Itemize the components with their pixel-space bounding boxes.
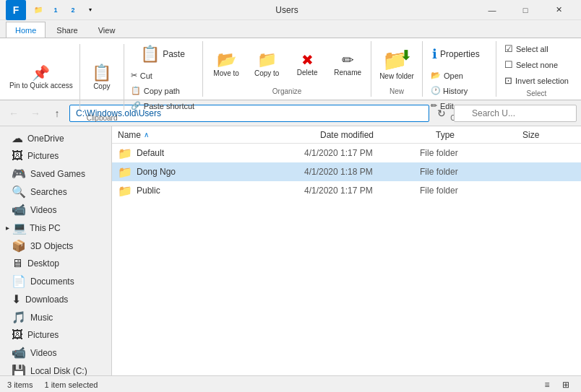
documents-icon: 📄: [12, 274, 26, 288]
status-bar: 3 items 1 item selected ≡ ⊞: [0, 375, 581, 392]
col-header-size[interactable]: Size: [522, 130, 575, 140]
col-header-type[interactable]: Type: [436, 130, 522, 140]
properties-button[interactable]: ℹ Properties: [427, 41, 485, 67]
sidebar-item-desktop[interactable]: 🖥 Desktop: [0, 255, 111, 272]
file-name-cell: 📁 Default: [118, 147, 304, 160]
large-icons-button[interactable]: ⊞: [558, 378, 574, 391]
close-button[interactable]: ✕: [542, 0, 575, 20]
folder-icon: 📁: [118, 165, 132, 179]
cut-button[interactable]: ✂ Cut: [127, 69, 198, 82]
delete-icon: ✖: [301, 51, 314, 69]
3d-icon: 📦: [12, 239, 26, 253]
title-bar-left: F 📁 1 2 ▾: [6, 0, 98, 20]
search-wrapper: 🔍: [454, 105, 577, 122]
table-row[interactable]: 📁 Public 4/1/2020 1:17 PM File folder: [112, 181, 581, 200]
properties-icon: ℹ: [432, 46, 437, 62]
rename-icon: ✏: [342, 51, 354, 69]
open-button[interactable]: 📂 Open: [427, 69, 485, 82]
table-row[interactable]: 📁 Dong Ngo 4/1/2020 1:18 PM File folder: [112, 162, 581, 181]
group-open: ℹ Properties 📂 Open 🕐 History ✏ Edit: [424, 41, 496, 97]
file-menu-button[interactable]: F: [6, 0, 26, 20]
select-none-button[interactable]: ☐ Select none: [501, 57, 572, 72]
sidebar-item-local-disk[interactable]: 💾 Local Disk (C:): [0, 362, 111, 375]
details-view-button[interactable]: ≡: [539, 378, 555, 391]
sidebar-item-pictures-2[interactable]: 🖼 Pictures: [0, 326, 111, 344]
searches-icon: 🔍: [12, 185, 26, 199]
move-icon: 📂: [217, 51, 236, 69]
sep2: [124, 44, 124, 110]
history-button[interactable]: 🕐 History: [427, 84, 485, 97]
maximize-button[interactable]: □: [509, 0, 542, 20]
files-area: Name ∧ Date modified Type Size 📁 Default…: [112, 126, 581, 375]
search-input[interactable]: [454, 105, 577, 122]
tab-view[interactable]: View: [89, 22, 125, 38]
sidebar-item-pictures[interactable]: 🖼 Pictures: [0, 147, 111, 165]
file-type-cell: File folder: [420, 186, 507, 196]
select-all-icon: ☑: [504, 43, 513, 54]
large-icons-icon: ⊞: [562, 380, 569, 390]
new-folder-button[interactable]: 📁 ⬇ New folder: [376, 43, 418, 84]
rename-button[interactable]: ✏ Rename: [329, 43, 366, 84]
desktop-icon: 🖥: [12, 257, 23, 270]
copy-to-icon: 📁: [257, 51, 277, 69]
sidebar-item-3d-objects[interactable]: 📦 3D Objects: [0, 237, 111, 255]
ribbon-content: 📌 Pin to Quick access 📋 Copy 📋 Paste: [0, 38, 581, 100]
pin-quick-access-button[interactable]: 📌 Pin to Quick access: [6, 41, 77, 113]
pin-icon: 📌: [32, 64, 50, 82]
quick-access-btn-3[interactable]: 2: [65, 2, 81, 18]
file-type-cell: File folder: [420, 167, 507, 177]
folder-icon: 📁: [118, 147, 132, 160]
select-all-button[interactable]: ☑ Select all: [501, 41, 572, 56]
sidebar-item-documents[interactable]: 📄 Documents: [0, 272, 111, 290]
select-none-icon: ☐: [504, 59, 513, 70]
sidebar-item-searches[interactable]: 🔍 Searches: [0, 183, 111, 201]
copy-path-button[interactable]: 📋 Copy path: [127, 84, 198, 97]
paste-label: Paste: [163, 49, 185, 59]
sidebar-item-this-pc[interactable]: ▸ 💻 This PC: [0, 219, 111, 237]
sidebar-item-music[interactable]: 🎵 Music: [0, 308, 111, 326]
invert-selection-button[interactable]: ⊡ Invert selection: [501, 73, 572, 88]
title-bar: F 📁 1 2 ▾ Users — □ ✕: [0, 0, 581, 20]
copy-path-icon: 📋: [131, 86, 141, 95]
col-header-name[interactable]: Name ∧: [118, 130, 320, 140]
paste-button[interactable]: 📋 Paste: [127, 41, 198, 67]
select-label: Select: [501, 88, 572, 99]
sep1: [79, 44, 80, 110]
saved-games-icon: 🎮: [12, 167, 26, 180]
pictures2-icon: 🖼: [12, 328, 23, 341]
customize-quick-access[interactable]: ▾: [82, 2, 98, 18]
quick-access-btn-2[interactable]: 1: [48, 2, 64, 18]
new-label: New: [376, 86, 418, 97]
ribbon: Home Share View 📌 Pin to Quick access 📋 …: [0, 20, 581, 100]
selected-count: 1 item selected: [44, 380, 98, 389]
window-title: Users: [98, 5, 475, 15]
delete-label: Delete: [297, 69, 318, 77]
copy-to-button[interactable]: 📁 Copy to: [248, 43, 285, 84]
title-controls: — □ ✕: [475, 0, 575, 20]
move-to-button[interactable]: 📂 Move to: [207, 43, 245, 84]
file-name-cell: 📁 Dong Ngo: [118, 165, 304, 179]
quick-access-btn-1[interactable]: 📁: [30, 2, 46, 18]
pin-label: Pin to Quick access: [9, 82, 73, 90]
tab-home[interactable]: Home: [6, 22, 46, 38]
pictures-icon: 🖼: [12, 149, 23, 162]
sidebar-item-videos-1[interactable]: 📹 Videos: [0, 201, 111, 219]
minimize-button[interactable]: —: [475, 0, 509, 20]
sidebar-item-onedrive[interactable]: ☁ OneDrive: [0, 129, 111, 147]
col-header-date[interactable]: Date modified: [320, 130, 436, 140]
videos2-icon: 📹: [12, 346, 26, 360]
paste-shortcut-button[interactable]: 🔗 Paste shortcut: [127, 99, 198, 113]
organize-label: Organize: [207, 86, 366, 97]
invert-icon: ⊡: [504, 75, 512, 86]
sidebar-item-downloads[interactable]: ⬇ Downloads: [0, 290, 111, 308]
copy-icon: 📋: [92, 64, 111, 82]
scissors-icon: ✂: [131, 71, 137, 80]
delete-button[interactable]: ✖ Delete: [288, 43, 326, 84]
table-row[interactable]: 📁 Default 4/1/2020 1:17 PM File folder: [112, 144, 581, 162]
sidebar-item-saved-games[interactable]: 🎮 Saved Games: [0, 165, 111, 183]
tab-share[interactable]: Share: [47, 22, 87, 38]
new-folder-label: New folder: [379, 72, 414, 80]
copy-button[interactable]: 📋 Copy: [83, 41, 121, 113]
sidebar-item-videos-2[interactable]: 📹 Videos: [0, 344, 111, 362]
folder-icon: 📁: [118, 184, 132, 198]
